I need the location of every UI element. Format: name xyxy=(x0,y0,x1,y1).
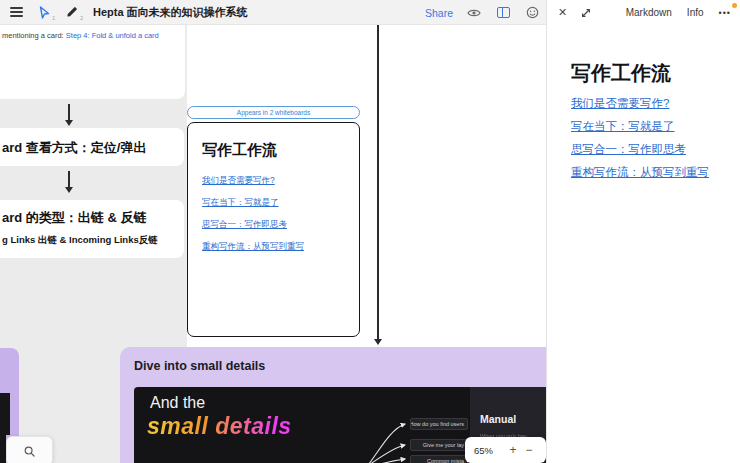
pen-tool-icon[interactable]: 2 xyxy=(65,5,79,19)
whiteboard-canvas[interactable]: mentioning a card: Step 4: Fold & unfold… xyxy=(0,25,546,463)
share-button[interactable]: Share xyxy=(425,7,453,19)
slide-label: Give me your lay xyxy=(410,439,468,451)
search-button[interactable] xyxy=(6,436,53,463)
writing-card-link[interactable]: 我们是否需要写作? xyxy=(202,175,275,187)
zoom-in-button[interactable]: + xyxy=(505,443,521,457)
panel-card-link[interactable]: 重构写作流：从预写到重写 xyxy=(571,165,709,180)
writing-card-link[interactable]: 重构写作流：从预写到重写 xyxy=(202,241,304,253)
curved-arrows xyxy=(362,407,410,463)
mention-card[interactable]: mentioning a card: Step 4: Fold & unfold… xyxy=(0,25,185,99)
menu-icon[interactable] xyxy=(10,7,23,17)
link-types-card[interactable]: ard 的类型：出链 & 反链 g Links 出链 & Incoming Li… xyxy=(0,200,184,258)
split-view-icon[interactable] xyxy=(495,5,511,21)
app-window: 1 2 Hepta 面向未来的知识操作系统 Share xyxy=(0,0,740,463)
mention-card-link[interactable]: Step 4: Fold & unfold a card xyxy=(66,31,159,40)
appears-in-whiteboards-badge[interactable]: Appears in 2 whiteboards xyxy=(187,106,360,119)
search-icon xyxy=(24,446,35,457)
expand-icon[interactable] xyxy=(580,7,592,19)
panel-card-link[interactable]: 思写合一：写作即思考 xyxy=(571,142,686,157)
dark-card-fragment xyxy=(0,393,10,435)
link-types-card-title: ard 的类型：出链 & 反链 xyxy=(2,209,146,227)
markdown-button[interactable]: Markdown xyxy=(626,7,672,18)
link-types-card-subtitle: g Links 出链 & Incoming Links反链 xyxy=(2,234,158,247)
panel-card-title: 写作工作流 xyxy=(571,60,671,87)
whiteboard-title: Hepta 面向未来的知识操作系统 xyxy=(93,5,248,20)
panel-card-link[interactable]: 写在当下：写就是了 xyxy=(571,119,675,134)
zoom-controls: 65% + − xyxy=(465,437,546,463)
notification-dot xyxy=(732,3,737,8)
panel-header: ✕ Markdown Info ••• xyxy=(547,0,740,25)
down-arrow xyxy=(64,104,74,126)
slide-line1: And the xyxy=(150,394,205,412)
select-tool-icon[interactable]: 1 xyxy=(37,5,51,19)
cursor-icon xyxy=(39,6,50,19)
connector-arrow xyxy=(373,25,383,345)
pen-icon xyxy=(66,6,78,18)
top-toolbar: 1 2 Hepta 面向未来的知识操作系统 Share xyxy=(0,0,546,25)
panel-card-link[interactable]: 我们是否需要写作? xyxy=(571,96,669,111)
manual-title: Manual xyxy=(480,413,516,425)
close-icon[interactable]: ✕ xyxy=(558,6,567,19)
view-mode-card[interactable]: ard 查看方式：定位/弹出 xyxy=(0,128,184,166)
eye-icon[interactable] xyxy=(466,5,482,21)
writing-workflow-card[interactable]: 写作工作流 我们是否需要写作? 写在当下：写就是了 思写合一：写作即思考 重构写… xyxy=(187,122,360,337)
writing-card-link[interactable]: 写在当下：写就是了 xyxy=(202,197,279,209)
writing-card-title: 写作工作流 xyxy=(202,141,277,160)
down-arrow xyxy=(64,171,74,193)
info-button[interactable]: Info xyxy=(687,7,704,18)
more-options-icon[interactable]: ••• xyxy=(719,8,731,18)
slide-label: How do you find users xyxy=(410,418,468,430)
slide-line2: small details xyxy=(147,413,292,440)
emoji-icon[interactable] xyxy=(524,5,540,21)
mention-card-text: mentioning a card: xyxy=(2,31,66,40)
view-mode-card-title: ard 查看方式：定位/弹出 xyxy=(2,139,146,157)
zoom-out-button[interactable]: − xyxy=(521,443,537,457)
writing-card-link[interactable]: 思写合一：写作即思考 xyxy=(202,219,287,231)
zoom-level[interactable]: 65% xyxy=(474,445,505,456)
slide-label: Common mista xyxy=(410,455,468,463)
purple-section-heading: Dive into small details xyxy=(134,359,265,373)
card-side-panel: ✕ Markdown Info ••• 写作工作流 我们是否需要写作? 写在当下… xyxy=(546,0,740,463)
